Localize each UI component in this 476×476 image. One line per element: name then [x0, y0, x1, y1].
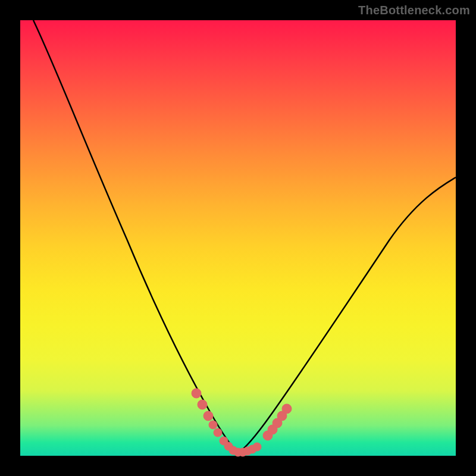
- left-branch-path: [33, 20, 238, 453]
- right-branch-path: [238, 177, 456, 453]
- bead-dot: [282, 404, 292, 414]
- highlight-beads: [192, 389, 292, 456]
- watermark-text: TheBottleneck.com: [358, 4, 470, 17]
- plot-outer-border: [0, 0, 476, 476]
- curve-svg: [20, 20, 456, 456]
- bead-dot: [198, 400, 207, 409]
- bottleneck-curve: [33, 20, 456, 453]
- chart-frame: TheBottleneck.com: [0, 0, 476, 476]
- bead-dot: [214, 428, 222, 437]
- bead-dot: [192, 389, 201, 398]
- bead-dot: [253, 443, 261, 451]
- bead-dot: [203, 411, 213, 421]
- plot-gradient-area: [20, 20, 456, 456]
- bead-dot: [209, 421, 217, 429]
